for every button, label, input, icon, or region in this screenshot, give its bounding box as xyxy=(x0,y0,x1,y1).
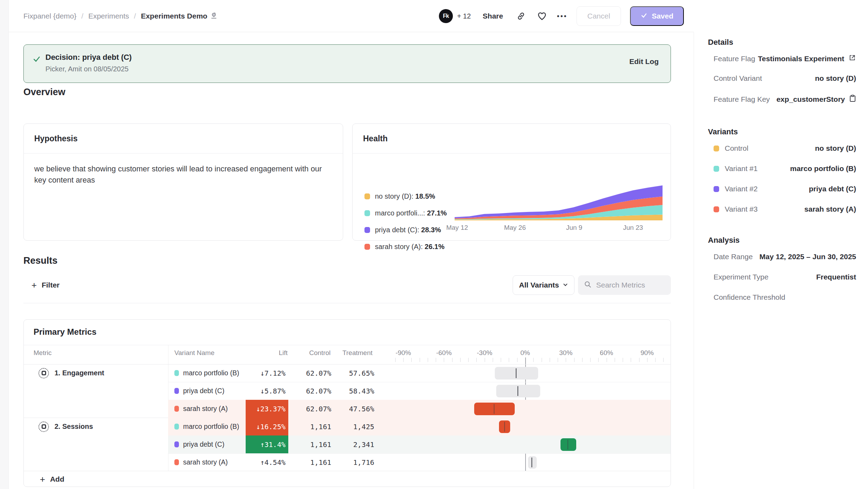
variant-name: sarah story (A) xyxy=(183,458,228,466)
treatment-value: 58.43% xyxy=(331,387,374,395)
detail-row-control-variant: Control Variant no story (D) xyxy=(714,74,856,83)
search-metrics-input[interactable] xyxy=(596,281,665,289)
avatar-label: Fk xyxy=(443,13,449,19)
legend-value: 27.1% xyxy=(427,209,447,217)
confidence-interval-bars xyxy=(392,364,671,471)
detail-row-feature-flag: Feature Flag Testimonials Experiment xyxy=(714,54,856,63)
ci-axis-label: 90% xyxy=(641,349,654,357)
health-card-title: Health xyxy=(353,124,671,154)
copy-icon[interactable] xyxy=(849,94,856,104)
add-metric-button[interactable]: + Add xyxy=(24,471,671,487)
legend-swatch xyxy=(364,244,370,250)
analysis-value: Frequentist xyxy=(816,273,856,281)
microscope-icon xyxy=(210,12,218,21)
variant-swatch xyxy=(174,459,179,465)
edit-log-button[interactable]: Edit Log xyxy=(629,57,659,66)
legend-value: 26.1% xyxy=(425,243,444,250)
analysis-row-confidence-threshold: Confidence Threshold xyxy=(714,293,856,302)
variant-value: priya debt (C) xyxy=(809,185,856,193)
control-value: 62.07% xyxy=(288,369,331,377)
collaborator-count[interactable]: + 12 xyxy=(457,12,471,20)
add-filter-button[interactable]: + Filter xyxy=(31,275,60,295)
ci-axis-label: 60% xyxy=(600,349,613,357)
ci-axis-label: -60% xyxy=(436,349,451,357)
external-link-icon[interactable] xyxy=(848,54,856,63)
ci-mean-tick xyxy=(504,422,505,432)
primary-metrics-title: Primary Metrics xyxy=(34,327,96,337)
ci-axis-labels: -90%-60%-30%0%30%60%90% xyxy=(392,349,671,357)
decision-banner: Decision: priya debt (C) Picker, Amit on… xyxy=(23,44,671,83)
detail-value[interactable]: Testimonials Experiment xyxy=(758,55,844,63)
detail-value: exp_customerStory xyxy=(776,95,845,104)
analysis-heading: Analysis xyxy=(708,236,740,245)
saved-button[interactable]: Saved xyxy=(630,6,684,26)
ci-mean-tick xyxy=(567,440,568,449)
decision-meta: Picker, Amit on 08/05/2025 xyxy=(45,65,129,73)
legend-item: sarah story (A): 26.1% xyxy=(364,243,444,251)
variants-heading: Variants xyxy=(708,127,738,136)
breadcrumb-project[interactable]: Fixpanel {demo} xyxy=(23,12,77,20)
analysis-label: Experiment Type xyxy=(714,273,768,281)
variant-swatch xyxy=(714,166,719,172)
overview-heading: Overview xyxy=(23,87,65,98)
hypothesis-card-title: Hypothesis xyxy=(24,124,343,154)
analysis-row-date-range: Date Range May 12, 2025 – Jun 30, 2025 xyxy=(714,253,856,261)
legend-swatch xyxy=(364,210,370,216)
share-button[interactable]: Share xyxy=(483,12,503,20)
x-axis-label: Jun 9 xyxy=(566,224,582,232)
variant-row-2: Variant #2 priya debt (C) xyxy=(714,185,856,193)
ci-axis-label: 0% xyxy=(520,349,530,357)
analysis-row-experiment-type: Experiment Type Frequentist xyxy=(714,273,856,281)
details-heading: Details xyxy=(708,38,733,47)
variant-name: priya debt (C) xyxy=(183,440,224,448)
legend-item: no story (D): 18.5% xyxy=(364,192,435,200)
breadcrumb-current[interactable]: Experiments Demo xyxy=(141,12,218,21)
breadcrumb-separator: / xyxy=(134,12,136,20)
analysis-label: Date Range xyxy=(714,253,753,261)
variant-name: marco portfolio (B) xyxy=(183,369,239,377)
variant-swatch xyxy=(174,370,179,376)
topbar: Fixpanel {demo} / Experiments / Experime… xyxy=(9,0,694,32)
plus-icon: + xyxy=(31,281,37,290)
variants-dropdown[interactable]: All Variants xyxy=(513,275,574,295)
x-axis-label: May 26 xyxy=(504,224,526,232)
variant-swatch xyxy=(174,406,179,412)
metric-group-sessions[interactable]: 2. Sessions xyxy=(24,418,168,435)
legend-label: no story (D): xyxy=(375,192,415,200)
health-stacked-area-chart xyxy=(455,183,663,220)
copy-link-icon[interactable] xyxy=(515,10,527,22)
ci-bar xyxy=(560,438,576,451)
variant-label: Control xyxy=(725,144,748,153)
detail-value: no story (D) xyxy=(815,74,856,83)
lift-value: ↑31.4% xyxy=(246,435,288,453)
x-axis-label: Jun 23 xyxy=(623,224,643,232)
ci-mean-tick xyxy=(494,404,494,414)
variant-label: Variant #1 xyxy=(725,164,758,173)
metric-group-engagement[interactable]: 1. Engagement xyxy=(24,364,168,382)
variant-label: Variant #2 xyxy=(725,185,758,193)
ci-mean-tick xyxy=(531,458,532,467)
variant-swatch xyxy=(174,424,179,430)
cancel-button[interactable]: Cancel xyxy=(577,6,621,26)
ci-axis-label: -90% xyxy=(396,349,411,357)
analysis-label: Confidence Threshold xyxy=(714,293,785,302)
favorite-heart-icon[interactable] xyxy=(536,10,548,22)
x-axis-label: May 12 xyxy=(446,224,468,232)
variant-row-1: Variant #1 marco portfolio (B) xyxy=(714,164,856,173)
legend-label: sarah story (A): xyxy=(375,243,425,250)
more-options-icon[interactable]: ••• xyxy=(557,12,567,20)
variant-swatch xyxy=(174,441,179,447)
ci-bar xyxy=(474,403,515,415)
control-value: 62.07% xyxy=(288,387,331,395)
breadcrumb-separator: / xyxy=(81,12,84,20)
saved-label: Saved xyxy=(652,12,673,20)
variants-dropdown-label: All Variants xyxy=(519,281,559,289)
legend-item: marco portfoli...: 27.1% xyxy=(364,209,447,217)
col-header-treatment: Treatment xyxy=(331,349,372,357)
avatar[interactable]: Fk xyxy=(439,9,453,23)
breadcrumb-experiments[interactable]: Experiments xyxy=(88,12,129,20)
variant-swatch xyxy=(174,388,179,394)
main-content: Decision: priya debt (C) Picker, Amit on… xyxy=(9,32,694,489)
add-label: Add xyxy=(50,475,64,483)
chevron-down-icon xyxy=(563,281,568,289)
